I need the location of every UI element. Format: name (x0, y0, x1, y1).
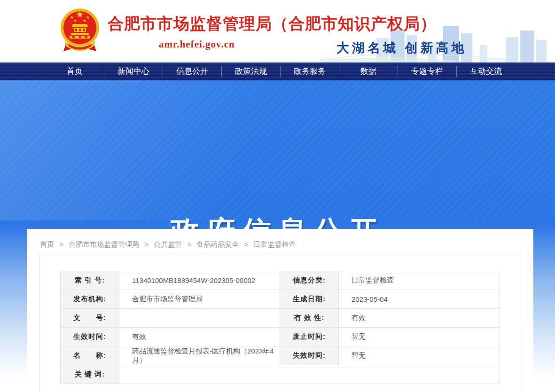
field-label-index-number: 索 引 号: (61, 271, 119, 290)
nav-item-interaction[interactable]: 互动交流 (457, 63, 515, 80)
breadcrumb-food-drug-safety[interactable]: 食品药品安全 (196, 240, 239, 248)
table-row: 发布机构: 合肥市市场监督管理局 生成日期: 2023-05-04 (61, 290, 500, 309)
field-label-validity: 有 效 性: (280, 309, 339, 328)
nav-item-policies[interactable]: 政策法规 (222, 63, 280, 80)
national-emblem-icon (60, 6, 100, 54)
field-label-keywords: 关 键 词: (61, 365, 119, 384)
field-value-name: 药品流通监督检查月报表-医疗机构（2023年4月） (119, 346, 280, 365)
field-label-created-date: 生成日期: (280, 290, 339, 309)
nav-item-news[interactable]: 新闻中心 (104, 63, 163, 80)
breadcrumb-daily-inspection[interactable]: 日常监督检查 (253, 240, 296, 248)
field-label-effective-time: 生效时间: (61, 328, 119, 346)
site-url: amr.hefei.gov.cn (159, 39, 235, 50)
breadcrumb-separator: > (59, 240, 63, 248)
site-header: 合肥市市场监督管理局（合肥市知识产权局） amr.hefei.gov.cn 大湖… (0, 0, 555, 63)
field-label-name: 名 称: (61, 346, 119, 365)
breadcrumb-separator: > (144, 240, 149, 248)
table-row: 关 键 词: (61, 365, 500, 384)
field-value-index-number: 11340100MB1889454W-202305-00002 (119, 271, 280, 290)
breadcrumb-public-supervision[interactable]: 公共监管 (154, 240, 182, 248)
site-title: 合肥市市场监督管理局（合肥市知识产权局） (108, 13, 437, 35)
breadcrumb-bureau[interactable]: 合肥市市场监督管理局 (69, 240, 139, 248)
breadcrumb-home[interactable]: 首页 (40, 240, 54, 248)
field-label-abolish-time: 废止时间: (280, 328, 339, 346)
nav-item-special-topics[interactable]: 专题专栏 (398, 63, 456, 80)
field-value-info-category: 日常监督检查 (339, 271, 500, 290)
field-label-expiry-time: 失效时间: (280, 346, 339, 365)
field-value-created-date: 2023-05-04 (339, 290, 500, 309)
content-sheet: 首页 > 合肥市市场监督管理局 > 公共监管 > 食品药品安全 > 日常监督检查… (27, 229, 533, 392)
field-value-keywords (119, 365, 500, 384)
site-slogan: 大湖名城 创新高地 (336, 39, 467, 56)
field-value-expiry-time: 暂无 (339, 346, 500, 365)
field-value-doc-number (119, 309, 280, 328)
field-label-doc-number: 文 号: (61, 309, 119, 328)
table-row: 名 称: 药品流通监督检查月报表-医疗机构（2023年4月） 失效时间: 暂无 (61, 346, 500, 365)
nav-item-home[interactable]: 首页 (46, 63, 104, 80)
breadcrumb-separator: > (244, 240, 249, 248)
table-row: 生效时间: 有效 废止时间: 暂无 (61, 328, 500, 346)
nav-item-services[interactable]: 政务服务 (281, 63, 339, 80)
field-label-publisher: 发布机构: (61, 290, 119, 309)
breadcrumb: 首页 > 合肥市市场监督管理局 > 公共监管 > 食品药品安全 > 日常监督检查 (40, 240, 296, 249)
field-value-abolish-time: 暂无 (339, 328, 500, 346)
table-row: 文 号: 有 效 性: 有效 (61, 309, 500, 328)
field-value-publisher: 合肥市市场监督管理局 (119, 290, 280, 309)
breadcrumb-separator: > (187, 240, 191, 248)
field-label-info-category: 信息分类: (280, 271, 339, 290)
field-value-validity: 有效 (339, 309, 500, 328)
detail-panel: 索 引 号: 11340100MB1889454W-202305-00002 信… (39, 255, 521, 392)
main-nav: 首页 新闻中心 信息公开 政策法规 政务服务 数据 专题专栏 互动交流 (0, 63, 555, 80)
field-value-effective-time: 有效 (119, 328, 280, 346)
nav-item-data[interactable]: 数据 (339, 63, 398, 80)
info-table: 索 引 号: 11340100MB1889454W-202305-00002 信… (60, 271, 500, 384)
table-row: 索 引 号: 11340100MB1889454W-202305-00002 信… (61, 271, 500, 290)
nav-item-info-disclosure[interactable]: 信息公开 (163, 63, 221, 80)
